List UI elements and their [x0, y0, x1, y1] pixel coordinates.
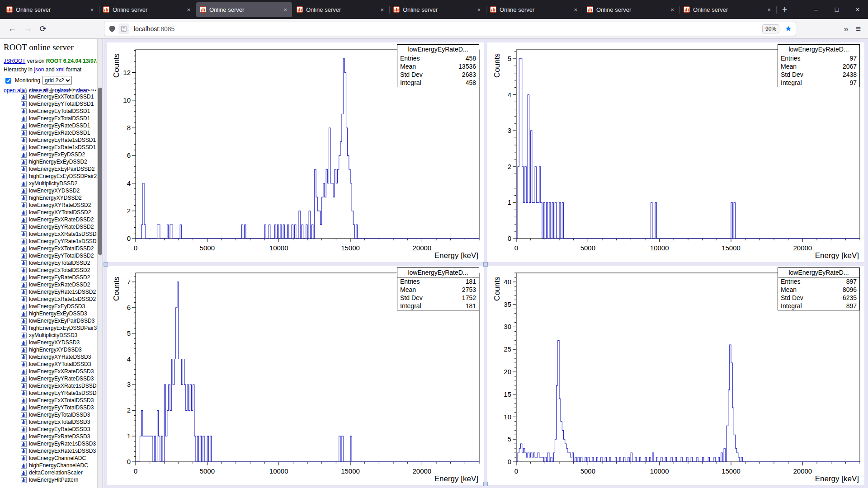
- tree-item[interactable]: lowEnergyExXRateDSSD3: [0, 368, 97, 375]
- browser-tab[interactable]: Online server×: [486, 2, 582, 17]
- sidebar-scrollbar[interactable]: [97, 39, 103, 488]
- tree-item[interactable]: lowEnergyXYTotalDSSD3: [0, 361, 97, 368]
- tab-close-icon[interactable]: ×: [379, 6, 385, 14]
- tree-item[interactable]: lowEnergyExRate1sDSSD1: [0, 144, 97, 151]
- tab-close-icon[interactable]: ×: [282, 6, 288, 14]
- bookmark-star-icon[interactable]: ★: [785, 25, 792, 33]
- url-bar[interactable]: localhost:8085 90% ★: [104, 22, 796, 36]
- tree-item[interactable]: highEnergyExEyDSSD3: [0, 310, 97, 317]
- tree-item[interactable]: lowEnergyEyYRate1sDSSD2: [0, 238, 97, 245]
- stats-box[interactable]: lowEnergyEyRateD... Entries181 Mean2753 …: [397, 267, 479, 310]
- tree-item[interactable]: lowEnergyEyRate1sDSSD3: [0, 440, 97, 447]
- tree-item[interactable]: lowEnergyXYRateDSSD2: [0, 202, 97, 209]
- tree-item[interactable]: lowEnergyExEyDSSD3: [0, 303, 97, 310]
- tree-item[interactable]: lowEnergyEyYTotalDSSD3: [0, 404, 97, 411]
- tree-item[interactable]: lowEnergyEyYRateDSSD2: [0, 223, 97, 230]
- tree-item[interactable]: lowEnergyExXTotalDSSD3: [0, 397, 97, 404]
- tree-item[interactable]: lowEnergyEyRateDSSD3: [0, 426, 97, 433]
- tree-item[interactable]: deltaCorrelationScaler: [0, 469, 97, 476]
- tree-item[interactable]: lowEnergyExRate1sDSSD2: [0, 296, 97, 303]
- tree-item[interactable]: lowEnergyEyYTotalDSSD2: [0, 252, 97, 259]
- tree-item[interactable]: lowEnergyEyRate1sDSSD2: [0, 288, 97, 296]
- tree-item[interactable]: highEnergyExEyDSSDPair3: [0, 324, 97, 332]
- stats-box[interactable]: lowEnergyEyRateD... Entries897 Mean8096 …: [778, 267, 860, 310]
- browser-tab[interactable]: Online server×: [196, 2, 292, 17]
- tree-item[interactable]: lowEnergyEyRateDSSD2: [0, 274, 97, 281]
- tab-close-icon[interactable]: ×: [572, 6, 579, 14]
- tree-item[interactable]: lowEnergyExEyDSSD2: [0, 151, 97, 158]
- xml-link[interactable]: xml: [56, 66, 65, 73]
- grid-splitter-handle[interactable]: [104, 262, 108, 267]
- tree-item[interactable]: lowEnergyEyRateDSSD1: [0, 122, 97, 129]
- url-text[interactable]: localhost:8085: [134, 25, 175, 33]
- browser-tab[interactable]: Online server×: [99, 2, 195, 17]
- scrollbar-thumb[interactable]: [98, 88, 102, 255]
- tree-item[interactable]: lowEnergyExEyPairDSSD3: [0, 317, 97, 324]
- forward-button[interactable]: →: [20, 21, 35, 37]
- tree-item[interactable]: lowEnergyXYRateDSSD3: [0, 353, 97, 361]
- maximize-button[interactable]: □: [826, 0, 847, 19]
- tree-item[interactable]: lowEnergyExTotalDSSD1: [0, 115, 97, 122]
- browser-tab[interactable]: Online server×: [293, 2, 389, 17]
- tree-item[interactable]: lowEnergyXYDSSD2: [0, 187, 97, 194]
- tree-item[interactable]: lowEnergyEyTotalDSSD2: [0, 259, 97, 267]
- tree-item[interactable]: lowEnergyExEyPairDSSD2: [0, 165, 97, 173]
- browser-tab[interactable]: Online server×: [3, 2, 99, 17]
- menu-button[interactable]: ≡: [856, 24, 861, 34]
- stats-box[interactable]: lowEnergyEyRateD... Entries458 Mean13536…: [397, 44, 479, 87]
- new-tab-button[interactable]: +: [777, 0, 793, 19]
- tree-item[interactable]: lowEnergyEyTotalDSSD3: [0, 411, 97, 418]
- tree-item[interactable]: lowEnergyXYDSSD3: [0, 339, 97, 346]
- tree-item[interactable]: lowEnergyEyRate1sDSSD1: [0, 136, 97, 144]
- tree-item[interactable]: lowEnergyExXTotalDSSD2: [0, 245, 97, 252]
- overflow-chevron-button[interactable]: »: [844, 24, 849, 34]
- json-link[interactable]: json: [34, 66, 44, 73]
- tab-close-icon[interactable]: ×: [89, 6, 95, 14]
- jsroot-link[interactable]: JSROOT: [4, 58, 25, 64]
- tree-item[interactable]: lowEnergyExRateDSSD1: [0, 129, 97, 136]
- tab-close-icon[interactable]: ×: [476, 6, 482, 14]
- tree-item[interactable]: lowEnergyExXTotalDSSD1: [0, 93, 97, 100]
- tree-item[interactable]: lowEnergyChannelADC: [0, 455, 97, 462]
- tree-item[interactable]: xyMultiplicityDSSD2: [0, 180, 97, 187]
- stats-box[interactable]: lowEnergyEyRateD... Entries97 Mean2067 S…: [778, 44, 860, 87]
- minimize-button[interactable]: –: [806, 0, 826, 19]
- tree-item[interactable]: lowEnergyExTotalDSSD3: [0, 418, 97, 426]
- tree-item[interactable]: xyMultiplicityDSSD3: [0, 332, 97, 339]
- tree-item[interactable]: lowEnergyEyYTotalDSSD1: [0, 100, 97, 108]
- back-button[interactable]: ←: [5, 21, 20, 37]
- page-info-icon[interactable]: [118, 23, 129, 34]
- tree-item[interactable]: lowEnergyExRateDSSD2: [0, 281, 97, 288]
- tab-close-icon[interactable]: ×: [766, 6, 772, 14]
- tree-item[interactable]: lowEnergyEyYRate1sDSSD3: [0, 389, 97, 397]
- tree-item[interactable]: lowEnergyXYTotalDSSD2: [0, 209, 97, 216]
- close-window-button[interactable]: ×: [847, 0, 868, 19]
- grid-splitter-handle[interactable]: [483, 482, 488, 486]
- tree-item[interactable]: highEnergyExEyDSSD2: [0, 158, 97, 165]
- grid-splitter-handle[interactable]: [483, 262, 488, 267]
- browser-tab[interactable]: Online server×: [680, 2, 776, 17]
- tree-item[interactable]: lowEnergyHitPattern: [0, 476, 97, 483]
- tree-item[interactable]: lowEnergyExTotalDSSD2: [0, 267, 97, 274]
- tree-item[interactable]: lowEnergyExXRate1sDSSD2: [0, 230, 97, 238]
- tree-item[interactable]: lowEnergyEyYRate1sDSSD1: [0, 89, 97, 93]
- browser-tab[interactable]: Online server×: [583, 2, 679, 17]
- tree-item[interactable]: highEnergyChannelADC: [0, 462, 97, 469]
- tree-item[interactable]: highEnergyXYDSSD3: [0, 346, 97, 353]
- tree-item[interactable]: lowEnergyExXRate1sDSSD3: [0, 382, 97, 389]
- tree-item[interactable]: highEnergyExEyDSSDPair2: [0, 173, 97, 180]
- tree-item[interactable]: highEnergyXYDSSD2: [0, 194, 97, 202]
- tree-item[interactable]: lowEnergyExXRateDSSD2: [0, 216, 97, 223]
- tab-close-icon[interactable]: ×: [185, 6, 192, 14]
- tab-close-icon[interactable]: ×: [669, 6, 675, 14]
- shield-icon[interactable]: [108, 25, 116, 33]
- tree-item[interactable]: lowEnergyExRateDSSD3: [0, 433, 97, 440]
- zoom-indicator[interactable]: 90%: [762, 24, 779, 33]
- tree-item[interactable]: lowEnergyExRate1sDSSD3: [0, 447, 97, 455]
- reload-button[interactable]: ⟳: [35, 21, 51, 37]
- monitoring-checkbox[interactable]: [5, 78, 11, 84]
- browser-tab[interactable]: Online server×: [390, 2, 486, 17]
- tree-item[interactable]: lowEnergyEyYRateDSSD3: [0, 375, 97, 382]
- layout-select[interactable]: grid 2x2: [42, 76, 72, 85]
- tree-item[interactable]: lowEnergyEyTotalDSSD1: [0, 108, 97, 115]
